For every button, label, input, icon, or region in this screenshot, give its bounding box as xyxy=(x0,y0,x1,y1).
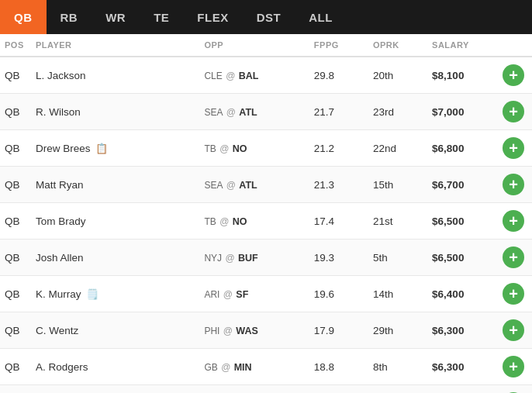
player-opp: NYJ @ BUF xyxy=(199,240,309,276)
opp-at-symbol: @ xyxy=(220,289,235,300)
tab-wr[interactable]: WR xyxy=(92,0,140,34)
player-pos: QB xyxy=(0,385,31,394)
player-oprk: 20th xyxy=(368,57,427,94)
player-oprk: 23rd xyxy=(368,94,427,130)
table-row: QBK. Murray 🗒️ARI @ SF19.614th$6,400+ xyxy=(0,276,532,312)
player-oprk: 15th xyxy=(368,167,427,203)
opp-home-team: SF xyxy=(236,289,248,300)
player-opp: SEA @ ATL xyxy=(199,94,309,130)
tab-dst[interactable]: DST xyxy=(243,0,295,34)
player-fppg: 18.8 xyxy=(309,349,368,385)
player-salary: $7,000 xyxy=(427,94,495,130)
opp-away-team: SEA xyxy=(204,180,223,191)
player-note-icon: 🗒️ xyxy=(83,288,98,300)
player-oprk: 29th xyxy=(368,312,427,349)
add-player-button[interactable]: + xyxy=(503,174,524,195)
opp-home-team: BAL xyxy=(239,71,259,81)
opp-away-team: GB xyxy=(204,362,217,373)
player-fppg: 17.9 xyxy=(309,312,368,349)
table-row: QBMatt RyanSEA @ ATL21.315th$6,700+ xyxy=(0,167,532,203)
player-oprk: 21st xyxy=(368,203,427,240)
player-pos: QB xyxy=(0,240,31,276)
player-oprk: 14th xyxy=(368,276,427,312)
table-row: QBTom BradyTB @ NO17.421st$6,500+ xyxy=(0,203,532,240)
tab-qb[interactable]: QB xyxy=(0,0,47,34)
player-name: Tom Brady xyxy=(31,203,200,240)
player-pos: QB xyxy=(0,57,31,94)
player-name: Drew Brees 📋 xyxy=(31,130,200,167)
player-salary: $8,100 xyxy=(427,57,495,94)
player-table: POS PLAYER OPP FPPG OPRK SALARY QBL. Jac… xyxy=(0,34,532,393)
tab-te[interactable]: TE xyxy=(140,0,183,34)
player-oprk: 5th xyxy=(368,240,427,276)
player-name: Matt Ryan xyxy=(31,167,200,203)
player-fppg: 29.8 xyxy=(309,57,368,94)
opp-at-symbol: @ xyxy=(217,216,232,227)
player-list: POS PLAYER OPP FPPG OPRK SALARY QBL. Jac… xyxy=(0,34,532,393)
player-fppg: 21.7 xyxy=(309,94,368,130)
player-oprk: 9th xyxy=(368,385,427,394)
tab-all[interactable]: ALL xyxy=(295,0,347,34)
col-pos: POS xyxy=(0,34,31,57)
player-pos: QB xyxy=(0,203,31,240)
player-salary: $6,800 xyxy=(427,130,495,167)
col-fppg: FPPG xyxy=(309,34,368,57)
opp-at-symbol: @ xyxy=(223,71,238,81)
player-fppg: 23.3 xyxy=(309,385,368,394)
player-opp: GB @ MIN xyxy=(199,349,309,385)
add-player-button[interactable]: + xyxy=(503,101,524,122)
opp-home-team: NO xyxy=(233,143,247,154)
add-cell: + xyxy=(495,312,532,349)
add-player-button[interactable]: + xyxy=(503,137,524,159)
add-cell: + xyxy=(495,57,532,94)
add-cell: + xyxy=(495,167,532,203)
player-fppg: 21.3 xyxy=(309,167,368,203)
tab-rb[interactable]: RB xyxy=(47,0,92,34)
player-pos: QB xyxy=(0,130,31,167)
add-cell: + xyxy=(495,349,532,385)
player-opp: CHI @ DET xyxy=(199,385,309,394)
table-row: QBA. RodgersGB @ MIN18.88th$6,300+ xyxy=(0,349,532,385)
opp-at-symbol: @ xyxy=(220,326,235,336)
add-player-button[interactable]: + xyxy=(503,283,524,305)
table-row: QBR. WilsonSEA @ ATL21.723rd$7,000+ xyxy=(0,94,532,130)
tab-bar: QBRBWRTEFLEXDSTALL xyxy=(0,0,532,34)
col-salary: SALARY xyxy=(427,34,495,57)
opp-at-symbol: @ xyxy=(223,253,237,264)
opp-away-team: TB xyxy=(204,216,216,227)
opp-home-team: MIN xyxy=(234,362,252,373)
player-name: K. Murray 🗒️ xyxy=(31,276,200,312)
opp-away-team: CLE xyxy=(204,71,222,81)
add-cell: + xyxy=(495,240,532,276)
opp-home-team: NO xyxy=(233,216,247,227)
opp-home-team: ATL xyxy=(239,107,257,118)
player-salary: $6,700 xyxy=(427,167,495,203)
opp-away-team: PHI xyxy=(204,326,219,336)
add-cell: + xyxy=(495,94,532,130)
add-player-button[interactable]: + xyxy=(503,64,524,86)
player-opp: TB @ NO xyxy=(199,130,309,167)
player-salary: $6,300 xyxy=(427,312,495,349)
add-player-button[interactable]: + xyxy=(503,210,524,232)
opp-away-team: ARI xyxy=(204,289,219,300)
add-player-button[interactable]: + xyxy=(503,319,524,341)
player-name: L. Jackson xyxy=(31,57,200,94)
opp-away-team: NYJ xyxy=(204,253,222,264)
player-opp: PHI @ WAS xyxy=(199,312,309,349)
col-oprk: OPRK xyxy=(368,34,427,57)
player-pos: QB xyxy=(0,349,31,385)
player-opp: CLE @ BAL xyxy=(199,57,309,94)
table-row: QBC. WentzPHI @ WAS17.929th$6,300+ xyxy=(0,312,532,349)
player-fppg: 19.3 xyxy=(309,240,368,276)
add-player-button[interactable]: + xyxy=(503,246,524,268)
add-player-button[interactable]: + xyxy=(503,356,524,377)
player-opp: TB @ NO xyxy=(199,203,309,240)
table-row: QBL. JacksonCLE @ BAL29.820th$8,100+ xyxy=(0,57,532,94)
col-opp: OPP xyxy=(199,34,309,57)
tab-flex[interactable]: FLEX xyxy=(183,0,242,34)
opp-at-symbol: @ xyxy=(223,107,238,118)
table-row: QBJosh AllenNYJ @ BUF19.35th$6,500+ xyxy=(0,240,532,276)
opp-home-team: BUF xyxy=(238,253,258,264)
player-salary: $6,300 xyxy=(427,349,495,385)
table-row: QBDrew Brees 📋TB @ NO21.222nd$6,800+ xyxy=(0,130,532,167)
